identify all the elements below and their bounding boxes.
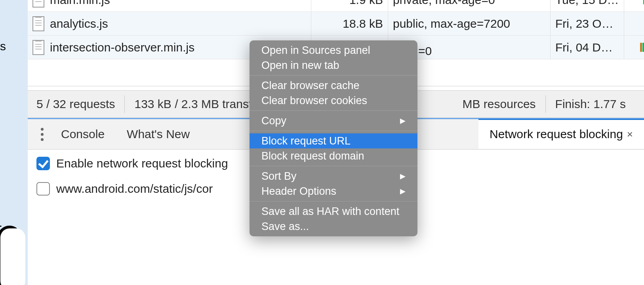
file-icon [32,40,44,55]
status-bar-signal-icon: ▪▫▪ [0,223,1,229]
file-icon [32,16,44,31]
close-icon[interactable]: × [627,128,633,141]
cell-name: main.min.js [28,0,311,11]
cell-date: Tue, 15 D… [551,0,624,11]
context-menu: Open in Sources panel Open in new tab Cl… [250,40,417,236]
menu-copy[interactable]: Copy▶ [250,113,417,128]
file-icon [32,0,44,8]
cell-waterfall [624,12,644,35]
device-frame-corner: ▪▫▪ [0,226,21,285]
checkbox-checked-icon[interactable] [36,157,50,170]
cell-size: 18.8 kB [311,12,388,35]
checkbox-unchecked-icon[interactable] [36,182,50,196]
drawer-menu-icon[interactable] [28,128,50,141]
tab-whats-new[interactable]: What's New [116,119,201,149]
status-resources: MB resources [453,95,546,113]
cell-waterfall [624,36,644,59]
status-requests: 5 / 32 requests [36,95,125,113]
table-row[interactable]: main.min.js 1.9 kB private, max-age=0 Tu… [28,0,644,12]
cell-date: Fri, 04 D… [551,36,624,59]
menu-sort-by[interactable]: Sort By▶ [250,169,417,184]
menu-open-in-sources[interactable]: Open in Sources panel [250,43,417,58]
blocking-pattern-text: www.android.com/static/js/cor [56,182,213,196]
cell-cache-peek: =0 [418,44,432,58]
cell-cache: private, max-age=0 [388,0,551,11]
device-preview-edge: s ▪▫▪ [0,0,28,285]
waterfall-bar [642,43,644,52]
tab-network-request-blocking[interactable]: Network request blocking × [478,119,644,149]
file-name: intersection-observer.min.js [50,41,194,54]
status-finish: Finish: 1.77 s [546,95,635,113]
waterfall-bar [640,43,642,52]
table-row[interactable]: analytics.js 18.8 kB public, max-age=720… [28,12,644,36]
menu-clear-browser-cookies[interactable]: Clear browser cookies [250,93,417,108]
file-name: analytics.js [50,17,108,30]
enable-blocking-label: Enable network request blocking [56,157,228,170]
tab-console[interactable]: Console [50,119,116,149]
menu-block-request-url[interactable]: Block request URL [250,133,417,148]
chevron-right-icon: ▶ [400,172,406,180]
cell-name: analytics.js [28,12,311,35]
chevron-right-icon: ▶ [400,116,406,125]
menu-open-in-new-tab[interactable]: Open in new tab [250,58,417,73]
cell-cache: public, max-age=7200 [388,12,551,35]
cell-size: 1.9 kB [311,0,388,11]
chevron-right-icon: ▶ [400,187,406,196]
tab-label: Network request blocking [490,127,623,141]
menu-block-request-domain[interactable]: Block request domain [250,148,417,163]
cell-waterfall [624,0,644,11]
partial-text: s [0,40,6,53]
file-name: main.min.js [50,0,110,7]
cell-date: Fri, 23 O… [551,12,624,35]
menu-save-all-as-har[interactable]: Save all as HAR with content [250,204,417,219]
menu-clear-browser-cache[interactable]: Clear browser cache [250,78,417,93]
menu-save-as[interactable]: Save as... [250,219,417,234]
menu-header-options[interactable]: Header Options▶ [250,184,417,199]
